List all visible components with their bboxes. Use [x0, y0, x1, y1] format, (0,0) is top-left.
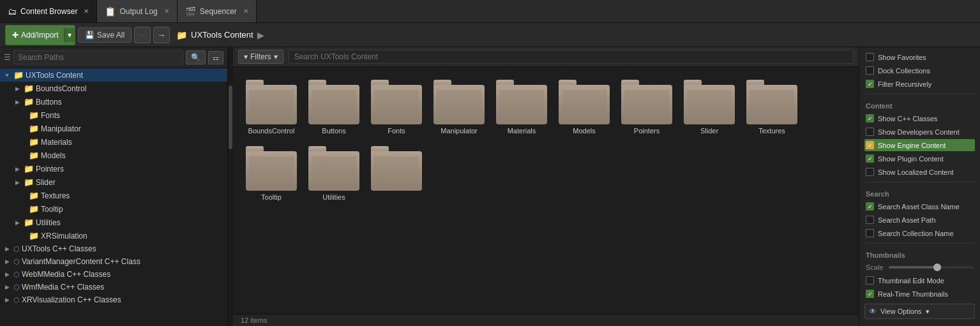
show-developers-checkbox[interactable]: [866, 128, 874, 136]
show-engine-content-row[interactable]: Show Engine Content: [864, 139, 975, 151]
tree-label-xrvis-cpp: XRVisualization C++ Classes: [22, 295, 121, 304]
dock-collections-checkbox[interactable]: [866, 66, 874, 75]
folder-item-utilities[interactable]: Utilities: [306, 144, 362, 204]
tab-content-browser-close[interactable]: ✕: [84, 8, 89, 15]
show-engine-checkbox[interactable]: [866, 141, 874, 149]
tab-content-browser[interactable]: 🗂 Content Browser ✕: [0, 0, 97, 22]
search-asset-class-row[interactable]: Search Asset Class Name: [864, 200, 975, 212]
filter-recursively-checkbox[interactable]: [866, 80, 874, 88]
divider-1: [864, 94, 975, 94]
status-bar: 12 items: [233, 314, 859, 326]
folder-item-tooltip[interactable]: Tooltip: [243, 144, 299, 204]
tab-output-log-close[interactable]: ✕: [164, 8, 169, 15]
left-scrollbar-thumb[interactable]: [229, 85, 232, 149]
filters-button[interactable]: ▾ Filters ▾: [238, 50, 283, 64]
show-cpp-classes-row[interactable]: Show C++ Classes: [864, 112, 975, 124]
scale-slider[interactable]: [889, 266, 974, 269]
dock-collections-row[interactable]: Dock Collections: [864, 64, 975, 77]
real-time-thumbnails-row[interactable]: Real-Time Thumbnails: [864, 288, 975, 300]
tree-item-wmf-cpp[interactable]: ▶ ⬡ WmfMedia C++ Classes: [0, 281, 227, 293]
nav-forward-button[interactable]: →: [153, 27, 170, 43]
tree-expand-root: ▼: [3, 71, 11, 80]
tree-item-materials[interactable]: 📁 Materials: [0, 135, 227, 149]
scale-thumb[interactable]: [933, 263, 941, 271]
show-plugin-checkbox[interactable]: [866, 154, 874, 163]
folder-item-boundscontrol[interactable]: BoundsControl: [243, 77, 299, 137]
folder-item-manipulator[interactable]: Manipulator: [431, 77, 487, 137]
thumbnail-edit-checkbox[interactable]: [866, 276, 874, 285]
show-developers-label: Show Developers Content: [878, 128, 960, 136]
folder-thumb: [246, 146, 297, 191]
filter-recursively-row[interactable]: Filter Recursively: [864, 78, 975, 90]
folder-item-fonts[interactable]: Fonts: [368, 77, 425, 137]
folder-shape: [308, 151, 359, 191]
search-asset-path-checkbox[interactable]: [866, 216, 874, 224]
tree-expand-wmf-cpp: ▶: [3, 283, 11, 292]
folder-item-slider[interactable]: Slider: [681, 77, 737, 137]
tree-item-tooltip[interactable]: 📁 Tooltip: [0, 202, 227, 216]
show-favorites-row[interactable]: Show Favorites: [864, 51, 975, 63]
show-developers-row[interactable]: Show Developers Content: [864, 126, 975, 138]
folder-inner: [750, 90, 794, 122]
tree-item-pointers[interactable]: ▶ 📁 Pointers: [0, 162, 227, 175]
tree-item-root[interactable]: ▼ 📁 UXTools Content: [0, 68, 227, 82]
search-button[interactable]: 🔍: [186, 50, 206, 64]
tab-output-log[interactable]: 📋 Output Log ✕: [97, 0, 177, 22]
real-time-thumbnails-checkbox[interactable]: [866, 290, 874, 298]
save-all-button[interactable]: 💾 Save All: [78, 27, 132, 43]
search-asset-class-checkbox[interactable]: [866, 202, 874, 211]
folder-label: BoundsControl: [248, 127, 295, 135]
tree-item-manipulator[interactable]: 📁 Manipulator: [0, 122, 227, 135]
folder-label: Tooltip: [261, 193, 282, 201]
tree-item-webm-cpp[interactable]: ▶ ⬡ WebMMedia C++ Classes: [0, 268, 227, 281]
tree-view-button[interactable]: ⚏: [208, 51, 223, 64]
nav-back-button[interactable]: ←: [134, 27, 151, 43]
folder-item-extra[interactable]: [368, 144, 425, 204]
tree-expand-xrvis-cpp: ▶: [3, 295, 11, 304]
add-import-button[interactable]: ✚ Add/Import ▾: [5, 25, 75, 45]
show-favorites-checkbox[interactable]: [866, 53, 874, 61]
tree-item-xrsimulation[interactable]: 📁 XRSimulation: [0, 229, 227, 242]
tree-item-buttons[interactable]: ▶ 📁 Buttons: [0, 95, 227, 108]
tree-item-xrvis-cpp[interactable]: ▶ ⬡ XRVisualization C++ Classes: [0, 293, 227, 306]
content-search-input[interactable]: [289, 50, 854, 64]
show-plugin-row[interactable]: Show Plugin Content: [864, 152, 975, 165]
tree-label-manipulator: Manipulator: [41, 124, 81, 133]
tree-item-fonts[interactable]: 📁 Fonts: [0, 108, 227, 122]
view-options-button[interactable]: 👁 View Options ▾: [864, 304, 975, 319]
eye-icon: 👁: [869, 307, 877, 316]
tree-item-models[interactable]: 📁 Models: [0, 149, 227, 162]
search-collection-row[interactable]: Search Collection Name: [864, 227, 975, 239]
tree-container[interactable]: ▼ 📁 UXTools Content ▶ 📁 BoundsControl ▶ …: [0, 68, 227, 326]
folder-item-textures[interactable]: Textures: [744, 77, 800, 137]
folder-item-pointers[interactable]: Pointers: [619, 77, 675, 137]
tab-sequencer[interactable]: 🎬 Sequencer ✕: [177, 0, 257, 22]
thumbnail-edit-row[interactable]: Thumbnail Edit Mode: [864, 274, 975, 286]
breadcrumb-expand-icon[interactable]: ▶: [257, 30, 264, 40]
tree-item-variant-cpp[interactable]: ▶ ⬡ VariantManagerContent C++ Class: [0, 255, 227, 268]
tree-item-utilities[interactable]: ▶ 📁 Utilities: [0, 216, 227, 229]
scale-label: Scale: [866, 263, 884, 271]
tree-expand-utilities: ▶: [13, 218, 22, 227]
show-localized-checkbox[interactable]: [866, 168, 874, 176]
left-scrollbar[interactable]: [228, 47, 233, 326]
search-collection-checkbox[interactable]: [866, 229, 874, 237]
tree-item-slider[interactable]: ▶ 📁 Slider: [0, 175, 227, 189]
tree-expand-buttons: ▶: [13, 98, 22, 107]
show-localized-row[interactable]: Show Localized Content: [864, 166, 975, 178]
show-cpp-checkbox[interactable]: [866, 114, 874, 122]
folder-item-buttons[interactable]: Buttons: [306, 77, 362, 137]
search-paths-input[interactable]: [13, 50, 183, 64]
root-folder-icon: 📁: [13, 70, 24, 80]
tree-item-bounds-control[interactable]: ▶ 📁 BoundsControl: [0, 82, 227, 95]
folder-item-models[interactable]: Models: [556, 77, 612, 137]
search-asset-path-row[interactable]: Search Asset Path: [864, 214, 975, 226]
breadcrumb-folder-icon: 📁: [176, 30, 187, 40]
tree-item-textures[interactable]: 📁 Textures: [0, 189, 227, 202]
tab-sequencer-close[interactable]: ✕: [243, 8, 248, 15]
tree-item-uxtools-cpp[interactable]: ▶ ⬡ UXTools C++ Classes: [0, 242, 227, 255]
folder-thumb: [308, 146, 359, 191]
add-import-dropdown-arrow[interactable]: ▾: [64, 28, 75, 42]
tree-label-webm-cpp: WebMMedia C++ Classes: [22, 270, 110, 279]
folder-item-materials[interactable]: Materials: [494, 77, 550, 137]
